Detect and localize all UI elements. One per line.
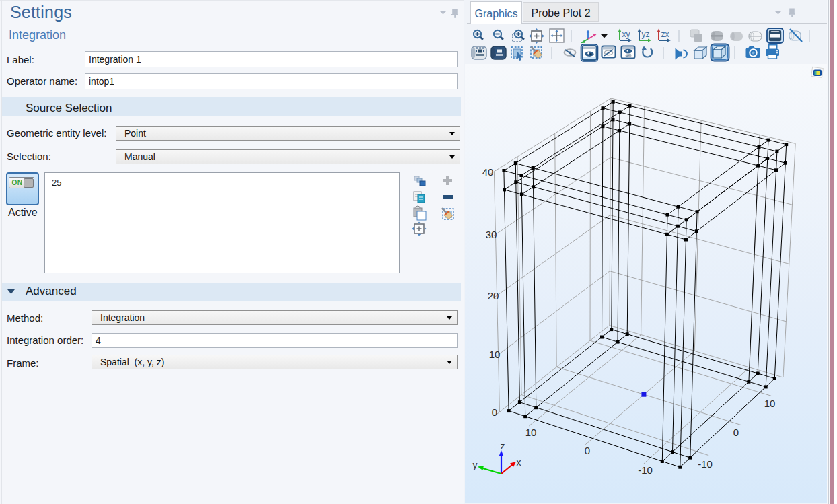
svg-text:0: 0 [492, 406, 497, 418]
svg-text:xy: xy [622, 30, 630, 39]
svg-text:10: 10 [489, 349, 501, 360]
svg-text:zx: zx [661, 30, 669, 39]
svg-text:-10: -10 [638, 464, 653, 476]
svg-text:30: 30 [486, 229, 497, 240]
svg-text:10: 10 [525, 427, 537, 438]
svg-text:z: z [501, 441, 505, 452]
svg-text:0: 0 [585, 445, 590, 456]
svg-text:0: 0 [733, 427, 739, 438]
svg-text:10: 10 [764, 398, 776, 409]
svg-text:x: x [517, 457, 521, 468]
svg-text:y: y [473, 460, 478, 470]
svg-text:yz: yz [642, 30, 650, 39]
svg-text:40: 40 [482, 166, 494, 178]
svg-text:-10: -10 [698, 458, 713, 470]
svg-text:20: 20 [488, 290, 499, 301]
